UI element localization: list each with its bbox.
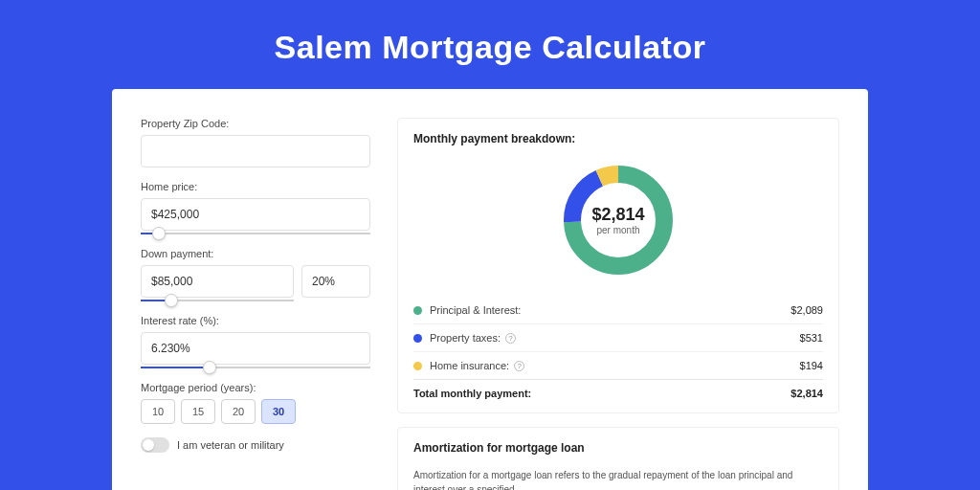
down-amount-input[interactable] [141,265,294,298]
info-icon[interactable]: ? [514,361,524,371]
legend-row: Principal & Interest:$2,089 [413,297,823,323]
breakdown-card: Monthly payment breakdown: $2,814 per mo… [397,118,839,413]
price-slider-thumb[interactable] [152,227,166,240]
legend-dot-icon [413,334,422,343]
rate-slider[interactable] [141,367,370,368]
amortization-card: Amortization for mortgage loan Amortizat… [397,427,839,490]
amortization-text: Amortization for a mortgage loan refers … [413,468,823,490]
legend-dot-icon [413,306,422,315]
rate-field-group: Interest rate (%): [141,315,370,368]
legend-value: $531 [800,332,823,344]
calculator-card: Property Zip Code: Home price: Down paym… [112,89,868,490]
legend-value: $194 [800,360,823,371]
rate-slider-thumb[interactable] [203,361,216,374]
zip-input[interactable] [141,135,370,167]
page-title: Salem Mortgage Calculator [0,0,980,89]
legend-row: Home insurance:?$194 [413,351,823,379]
period-btn-15[interactable]: 15 [181,399,215,424]
down-slider-thumb[interactable] [165,294,178,307]
legend-container: Principal & Interest:$2,089Property taxe… [413,297,823,379]
period-btn-10[interactable]: 10 [141,399,175,424]
total-label: Total monthly payment: [413,388,531,399]
total-row: Total monthly payment: $2,814 [413,379,823,399]
period-btn-30[interactable]: 30 [261,399,296,424]
donut-wrap: $2,814 per month [413,159,823,281]
down-slider[interactable] [141,300,294,301]
price-field-group: Home price: [141,181,370,234]
legend-row: Property taxes:?$531 [413,323,823,351]
down-pct-input[interactable] [301,265,370,298]
info-icon[interactable]: ? [505,333,516,344]
down-field-group: Down payment: [141,248,370,301]
breakdown-title: Monthly payment breakdown: [413,132,823,145]
price-slider[interactable] [141,233,370,234]
rate-label: Interest rate (%): [141,315,370,326]
veteran-row: I am veteran or military [141,437,370,453]
legend-label: Principal & Interest: [430,304,791,316]
legend-label: Property taxes:? [430,332,800,344]
rate-slider-fill [141,367,210,368]
legend-label: Home insurance:? [430,360,800,371]
period-field-group: Mortgage period (years): 10152030 [141,382,370,424]
rate-input[interactable] [141,332,370,365]
donut-permonth: per month [596,225,639,235]
price-input[interactable] [141,198,370,231]
period-btn-20[interactable]: 20 [221,399,256,424]
legend-dot-icon [413,362,422,370]
down-label: Down payment: [141,248,370,259]
donut-chart: $2,814 per month [557,159,679,281]
amortization-title: Amortization for mortgage loan [413,441,823,455]
donut-center: $2,814 per month [557,159,679,281]
zip-field-group: Property Zip Code: [141,118,370,167]
period-row: 10152030 [141,399,370,424]
results-column: Monthly payment breakdown: $2,814 per mo… [397,118,839,490]
legend-value: $2,089 [791,304,823,316]
zip-label: Property Zip Code: [141,118,370,129]
donut-total: $2,814 [591,205,644,225]
total-value: $2,814 [791,388,823,399]
veteran-toggle[interactable] [141,437,169,453]
period-label: Mortgage period (years): [141,382,370,393]
veteran-label: I am veteran or military [177,439,284,451]
inputs-column: Property Zip Code: Home price: Down paym… [141,118,370,490]
price-label: Home price: [141,181,370,192]
